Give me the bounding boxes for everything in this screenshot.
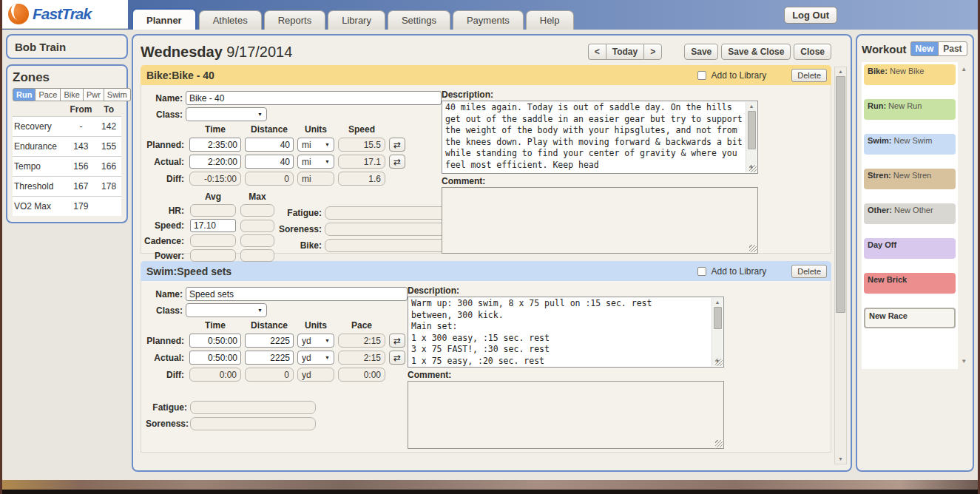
- save-close-button[interactable]: Save & Close: [721, 44, 791, 60]
- bike-add-to-library-label: Add to Library: [711, 70, 766, 81]
- zones-tab-swim[interactable]: Swim: [104, 88, 131, 101]
- tab-payments[interactable]: Payments: [453, 10, 524, 30]
- swim-planned-time-input[interactable]: [189, 334, 241, 348]
- zones-tab-run[interactable]: Run: [13, 88, 36, 101]
- swim-comment-textarea[interactable]: [408, 381, 724, 449]
- zones-tab-bike[interactable]: Bike: [61, 88, 83, 101]
- bike-power-avg-input[interactable]: [190, 249, 236, 262]
- resize-grip-icon[interactable]: [715, 359, 723, 366]
- bike-hr-max-input[interactable]: [240, 204, 274, 217]
- scroll-up-icon[interactable]: ▲: [838, 67, 843, 76]
- tab-reports[interactable]: Reports: [264, 10, 326, 30]
- bike-cadence-max-input[interactable]: [240, 234, 274, 247]
- save-button[interactable]: Save: [684, 44, 718, 60]
- day-header: Wednesday 9/17/2014 < Today > Save Save …: [141, 40, 831, 64]
- close-button[interactable]: Close: [794, 44, 831, 60]
- bike-bike-input[interactable]: [325, 239, 450, 252]
- scroll-down-icon[interactable]: ▼: [961, 357, 967, 366]
- bike-description-scrollbar[interactable]: ▲ ▼: [746, 102, 757, 172]
- swim-planned-units-select[interactable]: yd▼: [297, 334, 334, 348]
- workout-toggle-past[interactable]: Past: [938, 41, 967, 56]
- swim-add-to-library-checkbox[interactable]: [697, 267, 706, 276]
- scrollbar-thumb[interactable]: [748, 111, 756, 149]
- swim-actual-units-select[interactable]: yd▼: [297, 351, 334, 365]
- tab-athletes[interactable]: Athletes: [199, 10, 262, 30]
- bike-soreness-input[interactable]: [325, 223, 450, 236]
- bike-fatigue-input[interactable]: [325, 206, 450, 220]
- tab-library[interactable]: Library: [328, 10, 385, 30]
- swim-actual-time-input[interactable]: [189, 351, 241, 365]
- bike-planned-swap-button[interactable]: ⇄: [389, 138, 405, 152]
- swim-actual-distance-input[interactable]: [245, 351, 294, 365]
- today-button[interactable]: Today: [606, 44, 643, 60]
- scroll-up-icon[interactable]: ▲: [961, 65, 967, 74]
- swim-description-scrollbar[interactable]: ▲ ▼: [712, 298, 723, 366]
- bike-speed-max-input[interactable]: [240, 220, 274, 232]
- workout-item-new-swim[interactable]: Swim: New Swim: [864, 134, 956, 155]
- swim-actual-pace-value: 2:15: [338, 351, 385, 365]
- next-day-button[interactable]: >: [643, 44, 662, 60]
- swim-planned-swap-button[interactable]: ⇄: [389, 334, 405, 348]
- bike-class-select[interactable]: ▼: [186, 107, 267, 121]
- workout-list-scrollbar[interactable]: ▲ ▼: [958, 62, 970, 369]
- tab-planner[interactable]: Planner: [132, 8, 197, 30]
- resize-grip-icon[interactable]: [715, 440, 723, 447]
- tab-help[interactable]: Help: [526, 10, 574, 30]
- swim-class-select[interactable]: ▼: [186, 303, 267, 317]
- zones-tab-pace[interactable]: Pace: [36, 88, 61, 101]
- bike-actual-speed-value: 17.1: [338, 155, 385, 169]
- scroll-up-icon[interactable]: ▲: [749, 102, 754, 111]
- bike-actual-time-input[interactable]: [189, 155, 241, 169]
- swim-fatigue-input[interactable]: [190, 401, 316, 414]
- swim-comment-label: Comment:: [408, 370, 724, 380]
- bike-name-label: Name:: [144, 93, 186, 104]
- bike-planned-time-input[interactable]: [189, 138, 241, 152]
- resize-grip-icon[interactable]: [749, 245, 757, 252]
- bike-planned-distance-input[interactable]: [245, 138, 294, 152]
- workout-item-day-off[interactable]: Day Off: [864, 238, 956, 259]
- swim-planned-distance-input[interactable]: [245, 334, 294, 348]
- workout-item-new-run[interactable]: Run: New Run: [864, 99, 956, 120]
- workout-item-new-brick[interactable]: New Brick: [864, 273, 956, 294]
- bike-description-textarea[interactable]: 40 miles again. Today is out of saddle d…: [442, 101, 758, 174]
- swim-form: Name: Class: ▼ Time Distance Units: [144, 285, 408, 446]
- bike-comment-textarea[interactable]: [442, 187, 758, 254]
- swim-description-textarea[interactable]: Warm up: 300 swim, 8 x 75 pull on :15 se…: [408, 297, 724, 368]
- bike-actual-swap-button[interactable]: ⇄: [389, 155, 405, 169]
- workout-item-new-race[interactable]: New Race: [864, 308, 956, 328]
- swim-name-input[interactable]: [186, 287, 408, 301]
- scrollbar-thumb[interactable]: [836, 76, 845, 313]
- logout-button[interactable]: Log Out: [784, 7, 837, 24]
- zones-col-to: To: [96, 104, 121, 115]
- bike-power-max-input[interactable]: [240, 249, 274, 262]
- zones-panel: Zones Run Pace Bike Pwr Swim From To Rec…: [6, 64, 128, 223]
- date-nav-group: < Today >: [588, 44, 662, 60]
- bike-speed-avg-input[interactable]: [190, 219, 236, 232]
- bike-actual-distance-input[interactable]: [245, 155, 294, 169]
- workout-toggle-new[interactable]: New: [910, 41, 939, 56]
- bike-add-to-library-checkbox[interactable]: [697, 71, 706, 80]
- workout-item-new-stren[interactable]: Stren: New Stren: [864, 169, 956, 189]
- swim-panel-title: Swim:Speed sets: [146, 265, 232, 277]
- scroll-up-icon[interactable]: ▲: [715, 298, 720, 307]
- tab-settings[interactable]: Settings: [388, 10, 450, 30]
- bike-actual-units-select[interactable]: mi▼: [297, 155, 334, 169]
- prev-day-button[interactable]: <: [588, 44, 606, 60]
- swim-soreness-input[interactable]: [190, 417, 316, 430]
- swim-actual-swap-button[interactable]: ⇄: [389, 351, 405, 365]
- footer-spacer: [2, 472, 978, 480]
- bike-name-input[interactable]: [186, 91, 442, 105]
- workout-item-new-bike[interactable]: Bike: New Bike: [864, 64, 956, 85]
- scrollbar-thumb[interactable]: [714, 307, 722, 329]
- workout-item-new-other[interactable]: Other: New Other: [864, 203, 956, 224]
- main-scrollbar[interactable]: ▲ ▼: [834, 67, 847, 464]
- resize-grip-icon[interactable]: [749, 165, 757, 172]
- bike-cadence-avg-input[interactable]: [190, 234, 236, 247]
- zones-tab-pwr[interactable]: Pwr: [84, 88, 104, 101]
- bike-hr-avg-input[interactable]: [190, 204, 236, 217]
- swim-delete-button[interactable]: Delete: [791, 265, 827, 278]
- bike-delete-button[interactable]: Delete: [791, 69, 827, 82]
- bike-planned-units-select[interactable]: mi▼: [297, 138, 334, 152]
- bike-diff-time-value: -0:15:00: [189, 172, 241, 186]
- scroll-down-icon[interactable]: ▼: [838, 455, 843, 464]
